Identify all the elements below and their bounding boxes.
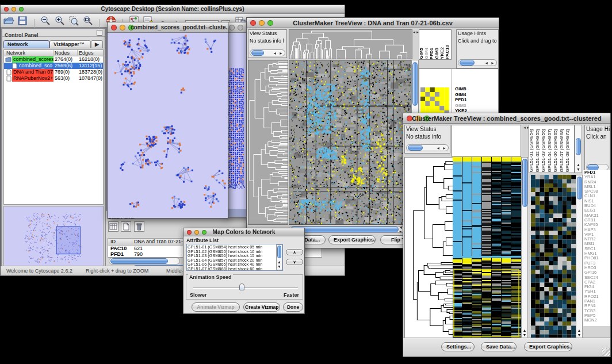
tv2-column-label: GPL51-08 (GSM872) [565,129,572,173]
float-panel-icon[interactable] [97,30,102,36]
tv2-status-hscrollbar[interactable]: ◄ ► [406,144,449,151]
tv1-usage-hints-panel: Usage Hints Click and drag to ◄ ► [456,29,499,68]
tv1-heatmap[interactable] [289,60,411,225]
slider-thumb[interactable] [239,283,244,290]
column-header-network[interactable]: Network [4,50,53,56]
table-row[interactable]: combined_sco2569(6)13112(15) [4,63,103,69]
tab-vizmapper[interactable]: VizMapper™ [49,40,91,48]
zoom-selected-icon[interactable] [68,15,79,26]
minimize-button[interactable] [238,25,243,30]
network-name: RNAPuberNov2+ [12,75,53,82]
treeview1-title: ClusterMaker TreeView : DNA and Tran 07-… [247,20,499,26]
tv1-column-dendrogram[interactable] [289,29,412,59]
resize-grip[interactable] [602,348,610,356]
tv2-column-labels: GPL51-01 (GSM854)GPL51-02 (GSM855)GPL51-… [529,125,575,173]
network-name-cell: DNA and Tran 07 [4,69,53,75]
create-vizmap-button[interactable]: Create Vizmap [243,302,280,312]
control-panel-title: Control Panel [2,32,39,38]
tv2-gene-list: PFD1YRA1RNR4MSL1SPC98CLN1NIS1BUD4ELG1MAK… [583,170,610,326]
network-edges-cell: 107847(0) [78,75,102,82]
data-column-attr[interactable]: DNA and Tran 07-21-06 [132,239,189,245]
zoom-fit-icon[interactable] [82,15,94,26]
tab-network[interactable]: Network [3,40,49,48]
tv2-vscrollbar[interactable]: ▲▼ [521,157,528,339]
attribute-list-items: GPL51-01 (GSM854) heat shock 05 minGPL51… [188,245,276,271]
table-row[interactable]: RNAPuberNov2+563(0)107847(0) [4,75,103,82]
tv2-heatmap[interactable] [453,157,521,339]
open-folder-icon[interactable] [3,15,14,26]
network-nodes-cell: 2764(0) [53,56,78,63]
tv1-gene-dendrogram[interactable] [248,60,288,225]
table-row[interactable]: combined_scores2764(0)16218(0) [4,56,103,63]
settings-button[interactable]: Settings... [441,342,475,351]
attribute-list-item[interactable]: GPL51-07 (GSM868) heat shock 60 min [188,267,276,271]
network-name: combined_sco [18,63,53,69]
tv1-status-hscrollbar[interactable]: ◄ ► [250,49,285,56]
status-pan-hint: Middle- [166,266,183,275]
save-data-button[interactable]: Save Data... [481,342,517,351]
network-name-cell: RNAPuberNov2+ [4,75,53,82]
tv2-column-dendrogram-area [452,125,521,157]
view-status-text: No status info f [248,37,286,45]
tv1-column-label: PAC10 [445,45,450,59]
tv1-hints-hscrollbar[interactable]: ◄ ► [458,59,497,66]
tv2-column-label: GPL51-03 (GSM856) [541,129,548,173]
zoom-in-icon[interactable] [54,15,66,26]
tv2-gene-label: MON2 [583,318,610,323]
export-graphics-button[interactable]: Export Graphics... [524,342,572,351]
status-welcome: Welcome to Cytoscape 2.6.2 [6,266,72,275]
tv2-zoom-vscrollbar[interactable]: ▲▼ [576,175,583,339]
data-id-cell: PAC10 [108,246,132,251]
treeview2-window: ClusterMaker TreeView : combined_scores_… [403,113,611,357]
tv1-hscrollbar[interactable]: ◄ ► [289,226,411,233]
tv2-gene-dendrogram[interactable] [404,157,454,340]
tv2-column-label: GPL51-01 (GSM854) [529,129,536,173]
network-edges-cell: 13112(15) [78,63,102,69]
data-value-cell: 790 [132,251,143,257]
tv2-zoom-heatmap[interactable] [531,175,576,339]
document-icon [5,69,12,75]
network-title-bar[interactable]: combined_scores_good.txt--cluste... [108,22,228,33]
network-table-header: Network Nodes Edges [4,50,103,56]
network-name-cell: combined_sco [4,63,53,69]
network-name: combined_scores [12,56,53,63]
close-button[interactable] [111,25,117,30]
view-status-label: View Status [248,30,286,37]
network-canvas[interactable] [108,33,228,218]
save-icon[interactable] [17,15,28,26]
attribute-list-vscrollbar[interactable]: ▲▼ [276,244,282,270]
column-header-nodes[interactable]: Nodes [53,50,78,56]
new-attribute-icon[interactable] [121,221,131,232]
treeview1-title-bar[interactable]: ClusterMaker TreeView : DNA and Tran 07-… [247,18,499,28]
animation-speed-slider[interactable] [193,288,298,289]
minimize-button[interactable] [120,25,125,30]
network-overview-panel[interactable] [3,206,104,268]
usage-hints-text: Click an [585,133,610,140]
tv1-zoom-matrix[interactable] [420,87,449,115]
delete-attribute-icon[interactable] [134,221,144,232]
tab-overflow-arrow[interactable]: ▶ [91,40,103,48]
network-name: DNA and Tran 07 [12,69,53,75]
data-column-id[interactable]: ID [108,239,132,245]
table-row[interactable]: DNA and Tran 07769(0)183728(0) [4,69,103,75]
export-graphics-button[interactable]: Export Graphics... [328,235,376,244]
view-status-text: No status info [405,133,450,140]
done-button[interactable]: Done [283,302,303,312]
move-attribute-down-button[interactable]: ∨ [286,259,303,265]
column-header-edges[interactable]: Edges [78,50,94,56]
select-attributes-icon[interactable] [108,221,118,232]
move-attribute-up-button[interactable]: ∧ [286,249,303,255]
network-edges-cell: 183728(0) [78,69,102,75]
zoom-out-icon[interactable] [40,15,51,26]
tv2-labels-vscrollbar[interactable]: ▲▼ [575,125,582,173]
animate-vizmap-button[interactable]: Animate Vizmap [192,302,240,312]
main-title-bar[interactable]: Cytoscape Desktop (Session Name: collins… [1,5,345,13]
treeview2-title-bar[interactable]: ClusterMaker TreeView : combined_scores_… [403,113,610,124]
view-status-label: View Status [405,125,450,133]
tv1-gene-label: GIM5 [454,86,498,92]
close-button[interactable] [229,25,235,30]
tv2-column-label: GPL51-06 (GSM865) [553,129,560,173]
attribute-list[interactable]: GPL51-01 (GSM854) heat shock 05 minGPL51… [186,244,283,271]
animation-speed-label: Animation Speed [188,274,233,280]
dialog-title-bar[interactable]: Map Colors to Network [183,228,304,236]
